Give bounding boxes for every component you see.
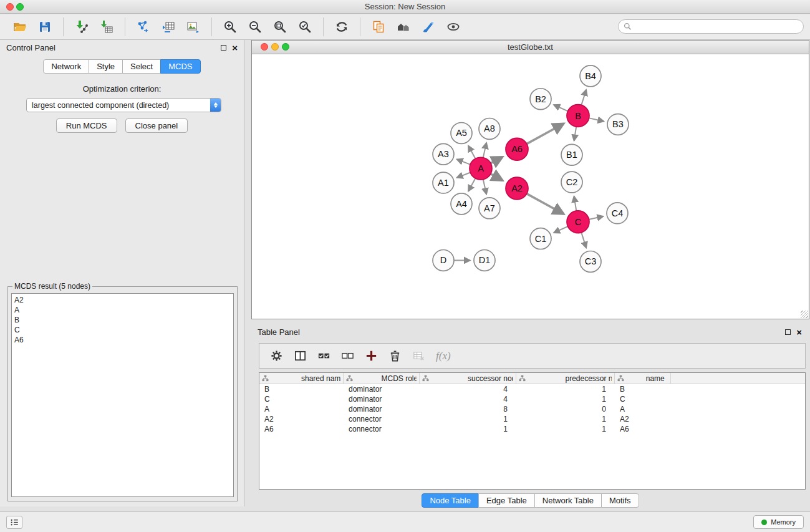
- table-row[interactable]: A2connector11A2: [259, 414, 805, 424]
- node-B1[interactable]: B1: [561, 144, 582, 165]
- list-item[interactable]: A2: [14, 295, 231, 305]
- zoom-selected-button[interactable]: [294, 16, 316, 37]
- node-B[interactable]: B: [567, 105, 589, 127]
- first-neighbors-button[interactable]: [393, 16, 414, 37]
- node-B3[interactable]: B3: [607, 114, 629, 135]
- edge-A-A5[interactable]: [468, 146, 476, 160]
- add-row-button[interactable]: [361, 346, 381, 366]
- show-graphics-button[interactable]: [443, 16, 464, 37]
- edge-A-A8[interactable]: [483, 143, 487, 158]
- close-table-panel-icon[interactable]: ×: [796, 327, 802, 338]
- node-C2[interactable]: C2: [561, 172, 582, 193]
- node-A4[interactable]: A4: [451, 193, 472, 215]
- node-A5[interactable]: A5: [451, 122, 472, 143]
- edge-C-C2[interactable]: [574, 196, 577, 211]
- node-A7[interactable]: A7: [479, 198, 500, 219]
- node-C[interactable]: C: [567, 211, 589, 233]
- close-panel-icon[interactable]: ×: [232, 42, 238, 54]
- column-header-name[interactable]: name: [615, 373, 671, 384]
- optimization-criterion-select[interactable]: largest connected component (directed): [26, 98, 221, 112]
- annotation-button[interactable]: [418, 16, 439, 37]
- edge-A2-C[interactable]: [526, 193, 564, 214]
- save-session-button[interactable]: [34, 16, 55, 37]
- function-builder-button[interactable]: f(x): [432, 346, 455, 366]
- mcds-result-list[interactable]: A2ABCA6: [11, 293, 234, 497]
- task-history-button[interactable]: [6, 516, 22, 529]
- edge-A-A4[interactable]: [468, 178, 476, 191]
- export-network-button[interactable]: [133, 16, 154, 37]
- list-item[interactable]: B: [14, 315, 231, 325]
- table-settings-button[interactable]: [266, 346, 286, 366]
- copy-view-button[interactable]: [368, 16, 389, 37]
- column-header-successor-nodes[interactable]: successor nodes: [420, 373, 516, 384]
- tab-select[interactable]: Select: [122, 59, 161, 74]
- show-columns-button[interactable]: [290, 346, 310, 366]
- table-row[interactable]: Adominator80A: [259, 404, 805, 414]
- tab-style[interactable]: Style: [89, 59, 123, 74]
- memory-button[interactable]: Memory: [753, 515, 804, 529]
- node-A[interactable]: A: [470, 157, 492, 180]
- list-item[interactable]: A: [14, 305, 231, 315]
- edge-A-A3[interactable]: [457, 159, 471, 165]
- table-row[interactable]: A6connector11A6: [259, 424, 805, 434]
- node-A2[interactable]: A2: [506, 177, 528, 200]
- import-network-button[interactable]: [71, 16, 92, 37]
- list-item[interactable]: C: [14, 325, 231, 335]
- node-B4[interactable]: B4: [580, 65, 601, 87]
- table-row[interactable]: Bdominator41B: [259, 384, 805, 394]
- column-header-shared-name[interactable]: shared name: [259, 373, 344, 384]
- network-canvas-area[interactable]: AA2A6BCA1A3A4A5A7A8B1B2B3B4C1C2C3C4DD1: [252, 55, 809, 319]
- edge-B-B3[interactable]: [589, 118, 604, 121]
- edge-B-B2[interactable]: [554, 105, 569, 112]
- import-table-button[interactable]: [96, 16, 117, 37]
- search-input[interactable]: [635, 22, 798, 31]
- edge-A-A7[interactable]: [483, 179, 487, 195]
- column-header-mcds-role[interactable]: MCDS role: [344, 373, 420, 384]
- node-A3[interactable]: A3: [433, 143, 454, 165]
- tab-network[interactable]: Network: [43, 59, 89, 74]
- node-C1[interactable]: C1: [530, 228, 551, 249]
- tab-mcds[interactable]: MCDS: [160, 59, 200, 74]
- node-A8[interactable]: A8: [479, 118, 500, 140]
- edge-B-B1[interactable]: [574, 126, 577, 140]
- node-A1[interactable]: A1: [433, 172, 454, 193]
- node-C3[interactable]: C3: [580, 251, 601, 273]
- deselect-all-button[interactable]: [337, 346, 357, 366]
- open-session-button[interactable]: [9, 16, 31, 37]
- edge-C-C1[interactable]: [554, 226, 569, 233]
- search-box[interactable]: [618, 19, 804, 34]
- export-image-button[interactable]: [183, 16, 204, 37]
- delete-row-button[interactable]: [385, 346, 405, 366]
- edge-C-C3[interactable]: [581, 232, 586, 248]
- node-B2[interactable]: B2: [530, 89, 551, 110]
- zoom-out-button[interactable]: [244, 16, 266, 37]
- float-panel-icon[interactable]: [221, 45, 226, 51]
- list-item[interactable]: A6: [14, 335, 231, 345]
- tab-node-table[interactable]: Node Table: [422, 493, 479, 508]
- close-panel-button[interactable]: Close panel: [125, 118, 188, 133]
- column-header-predecessor-nodes[interactable]: predecessor nodes: [516, 373, 615, 384]
- node-A6[interactable]: A6: [506, 138, 528, 160]
- node-C4[interactable]: C4: [607, 203, 628, 224]
- zoom-fit-button[interactable]: [269, 16, 291, 37]
- delete-table-button[interactable]: [408, 346, 428, 366]
- tab-network-table[interactable]: Network Table: [534, 493, 602, 508]
- zoom-in-button[interactable]: [219, 16, 241, 37]
- node-D1[interactable]: D1: [474, 250, 495, 271]
- tab-motifs[interactable]: Motifs: [601, 493, 639, 508]
- edge-C-C4[interactable]: [589, 216, 604, 220]
- edge-A-A6[interactable]: [490, 157, 503, 164]
- table-row[interactable]: Cdominator41C: [259, 394, 805, 404]
- node-D[interactable]: D: [433, 250, 454, 271]
- edge-A6-B[interactable]: [526, 123, 564, 144]
- resize-grip-icon[interactable]: [801, 311, 808, 318]
- run-mcds-button[interactable]: Run MCDS: [56, 118, 117, 133]
- edge-A-A1[interactable]: [457, 172, 471, 178]
- select-all-button[interactable]: [314, 346, 334, 366]
- float-table-panel-icon[interactable]: [785, 329, 791, 335]
- refresh-button[interactable]: [331, 16, 352, 37]
- edge-A-A2[interactable]: [490, 173, 503, 180]
- edge-B-B4[interactable]: [581, 90, 586, 106]
- tab-edge-table[interactable]: Edge Table: [478, 493, 535, 508]
- export-table-button[interactable]: [158, 16, 179, 37]
